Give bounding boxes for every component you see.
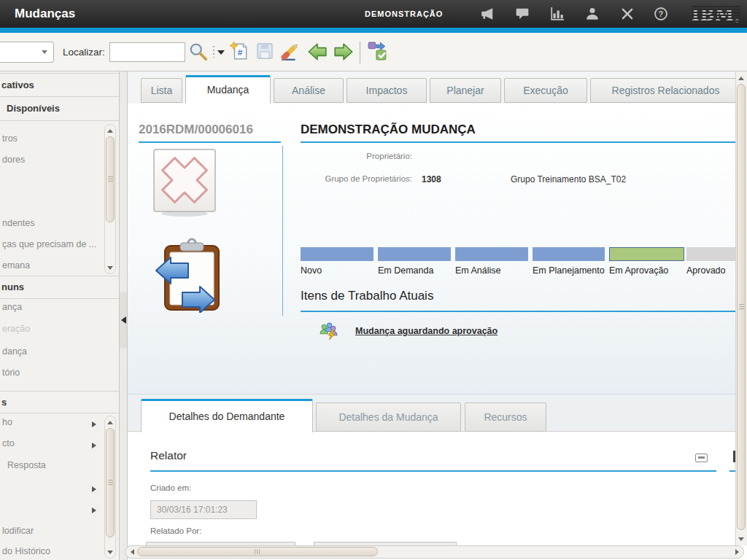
- save-icon: [255, 42, 274, 61]
- sidebar-menu-item[interactable]: Resposta: [0, 460, 102, 475]
- scroll-down-button[interactable]: [106, 263, 115, 272]
- work-items-heading: Itens de Trabalho Atuais: [301, 289, 433, 303]
- svg-text:#: #: [238, 47, 243, 58]
- user-icon[interactable]: [585, 7, 600, 21]
- grupo-proprietarios-description: Grupo Treinamento BSA_T02: [511, 174, 626, 184]
- sidebar-item[interactable]: [0, 176, 102, 190]
- scroll-down-button[interactable]: [106, 548, 115, 556]
- tab-execucao[interactable]: Execução: [504, 78, 587, 103]
- vertical-scrollbar[interactable]: [735, 71, 747, 545]
- sidebar-collapse-handle[interactable]: [120, 292, 127, 349]
- proprietario-label: Proprietário:: [301, 152, 412, 160]
- new-record-icon[interactable]: #: [229, 41, 249, 61]
- chat-icon[interactable]: [515, 7, 530, 21]
- tab-analise[interactable]: Análise: [274, 78, 344, 103]
- tab-mudanca[interactable]: Mudança: [185, 75, 271, 104]
- tab-registros-relacionados[interactable]: Registros Relacionados: [590, 78, 741, 103]
- sidebar-action-disabled: eração: [0, 324, 102, 338]
- localizar-label: Localizar:: [63, 47, 105, 58]
- collapse-section-button[interactable]: [695, 454, 708, 462]
- sidebar-menu-item[interactable]: [0, 503, 102, 518]
- tab-impactos[interactable]: Impactos: [347, 78, 427, 103]
- environment-label: DEMONSTRAÇÃO: [365, 9, 443, 18]
- status-stage-label: Em Aprovação: [609, 265, 668, 276]
- status-stage-bar: [378, 247, 451, 261]
- work-items-rule: [301, 311, 735, 312]
- sidebar-scrollbar[interactable]: [104, 124, 116, 274]
- sidebar-scrollbar[interactable]: [104, 416, 116, 559]
- subtab-detalhes-demandante[interactable]: Detalhes do Demandante: [141, 399, 313, 432]
- toolbar-separator: [360, 42, 360, 63]
- scrollbar-thumb[interactable]: [737, 84, 746, 530]
- grupo-proprietarios-label: Grupo de Proprietários:: [301, 174, 412, 183]
- change-clipboard-icon: [155, 237, 228, 313]
- sidebar-item[interactable]: ndentes: [0, 218, 102, 233]
- sidebar-item[interactable]: tros: [0, 133, 102, 148]
- scroll-right-button[interactable]: [732, 548, 741, 556]
- scroll-down-button[interactable]: [737, 534, 746, 543]
- megaphone-icon[interactable]: [480, 7, 495, 21]
- submenu-arrow-icon: [92, 486, 96, 492]
- submenu-arrow-icon: [92, 421, 96, 427]
- scroll-left-button[interactable]: [128, 548, 136, 556]
- subtab-detalhes-mudanca[interactable]: Detalhes da Mudança: [316, 402, 461, 432]
- record-id: 2016RDM/00006016: [139, 122, 253, 137]
- sidebar-menu-item[interactable]: lodificar: [0, 526, 102, 540]
- sidebar-section-disponiveis: Disponíveis: [0, 97, 119, 121]
- sidebar-menu-item[interactable]: ho: [0, 417, 102, 432]
- record-title: DEMONSTRAÇÃO MUDANÇA: [301, 122, 476, 137]
- record-id-rule: [139, 141, 281, 143]
- criado-em-field[interactable]: [150, 500, 257, 519]
- help-icon[interactable]: ?: [654, 7, 668, 21]
- scroll-up-button[interactable]: [106, 418, 115, 427]
- sidebar-item[interactable]: [0, 197, 102, 211]
- work-item-link[interactable]: Mudança aguardando aprovação: [355, 326, 498, 336]
- search-split: [213, 46, 214, 58]
- sidebar-section-aplicativos: cativos: [0, 73, 119, 97]
- sidebar-menu-item[interactable]: [0, 482, 102, 497]
- sidebar-item[interactable]: emana: [0, 260, 102, 275]
- sidebar: cativos Disponíveis tros dores ndentes ç…: [0, 71, 119, 560]
- menu-item-label: cto: [2, 438, 15, 448]
- sidebar-action[interactable]: tório: [0, 368, 102, 382]
- status-stage-bar: [301, 247, 374, 261]
- search-icon[interactable]: [188, 42, 209, 62]
- sidebar-action[interactable]: dança: [0, 346, 102, 361]
- criado-em-label: Criado em:: [150, 483, 191, 492]
- clear-icon[interactable]: [279, 42, 300, 62]
- relator-rule: [150, 470, 716, 472]
- tab-lista[interactable]: Lista: [141, 78, 182, 103]
- tab-planejar[interactable]: Planejar: [430, 78, 501, 103]
- scroll-up-button[interactable]: [737, 74, 746, 82]
- sidebar-item[interactable]: dores: [0, 155, 102, 169]
- status-stage-label: Aprovado: [686, 265, 726, 276]
- header-divider: [282, 146, 283, 316]
- scrollbar-thumb[interactable]: [137, 547, 378, 556]
- scroll-up-button[interactable]: [106, 126, 115, 135]
- close-icon[interactable]: [620, 7, 635, 21]
- status-stage-label: Em Análise: [455, 265, 501, 276]
- relatado-por-label: Relatado Por:: [150, 526, 201, 535]
- subtab-recursos[interactable]: Recursos: [465, 402, 546, 432]
- status-flow: Novo Em Demanda Em Análise Em Planejamen…: [301, 247, 735, 278]
- previous-record-icon[interactable]: [306, 42, 328, 62]
- sidebar-action[interactable]: ança: [0, 302, 102, 316]
- menu-item-label: ho: [2, 417, 12, 427]
- sidebar-item[interactable]: ças que precisam de ...: [0, 239, 102, 254]
- sidebar-menu-item[interactable]: do Histórico: [0, 546, 102, 560]
- bar-chart-icon[interactable]: [550, 7, 565, 21]
- truncated-section-rule: [729, 470, 735, 472]
- scrollbar-thumb[interactable]: [106, 428, 115, 537]
- search-menu-caret[interactable]: [217, 50, 225, 55]
- record-select[interactable]: [0, 42, 54, 63]
- sidebar-menu-item[interactable]: cto: [0, 438, 102, 453]
- collapse-left-icon: [121, 316, 126, 324]
- search-input[interactable]: [109, 42, 185, 62]
- sidebar-section-mais-acoes: s: [0, 391, 119, 413]
- svg-text:?: ?: [659, 9, 664, 18]
- horizontal-scrollbar[interactable]: [125, 545, 744, 559]
- scrollbar-thumb[interactable]: [106, 136, 115, 222]
- workflow-route-icon[interactable]: [367, 41, 387, 61]
- next-record-icon[interactable]: [333, 42, 355, 62]
- status-x-icon: [150, 148, 220, 218]
